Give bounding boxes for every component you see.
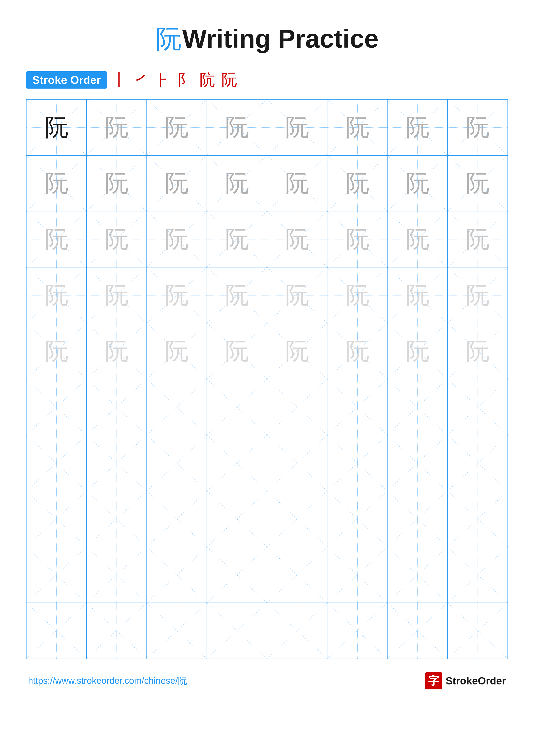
grid-cell[interactable]: 阮	[87, 323, 146, 379]
grid-cell[interactable]: 阮	[267, 99, 327, 155]
grid-cell[interactable]	[207, 435, 267, 491]
grid-cell[interactable]	[26, 491, 87, 547]
grid-cell[interactable]	[87, 379, 146, 435]
svg-line-110	[448, 435, 507, 491]
practice-char: 阮	[165, 228, 189, 251]
grid-cell[interactable]: 阮	[267, 155, 327, 211]
grid-cell[interactable]: 阮	[207, 155, 267, 211]
grid-cell[interactable]: 阮	[387, 211, 447, 267]
grid-cell[interactable]: 阮	[87, 99, 146, 155]
grid-cell[interactable]: 阮	[387, 155, 447, 211]
grid-cell[interactable]: 阮	[26, 323, 87, 379]
grid-cell[interactable]	[267, 547, 327, 603]
footer-url[interactable]: https://www.strokeorder.com/chinese/阮	[28, 675, 187, 687]
grid-cell[interactable]: 阮	[26, 155, 87, 211]
grid-cell[interactable]: 阮	[327, 211, 387, 267]
grid-cell[interactable]	[447, 547, 508, 603]
grid-cell[interactable]: 阮	[26, 99, 87, 155]
grid-cell[interactable]: 阮	[327, 323, 387, 379]
grid-cell[interactable]	[387, 379, 447, 435]
grid-cell[interactable]	[147, 491, 207, 547]
grid-cell[interactable]: 阮	[26, 211, 87, 267]
grid-cell[interactable]: 阮	[147, 211, 207, 267]
grid-cell[interactable]: 阮	[207, 267, 267, 323]
grid-cell[interactable]: 阮	[87, 267, 146, 323]
grid-cell[interactable]	[267, 379, 327, 435]
grid-cell[interactable]: 阮	[207, 99, 267, 155]
grid-cell[interactable]: 阮	[26, 267, 87, 323]
svg-line-132	[147, 547, 207, 603]
grid-cell[interactable]: 阮	[387, 99, 447, 155]
grid-cell[interactable]	[87, 491, 146, 547]
grid-cell[interactable]	[447, 435, 508, 491]
grid-cell[interactable]	[87, 547, 146, 603]
stroke-order-row: Stroke Order 丨 ㇒ ⺊ 阝 阬 阮	[26, 69, 508, 90]
grid-cell[interactable]	[447, 603, 508, 659]
practice-char: 阮	[225, 228, 249, 251]
grid-cell[interactable]: 阮	[447, 267, 508, 323]
grid-cell[interactable]: 阮	[267, 267, 327, 323]
grid-cell[interactable]: 阮	[387, 323, 447, 379]
grid-cell[interactable]	[147, 547, 207, 603]
grid-cell[interactable]: 阮	[147, 323, 207, 379]
grid-cell[interactable]	[147, 379, 207, 435]
grid-cell[interactable]: 阮	[267, 211, 327, 267]
grid-cell[interactable]: 阮	[207, 211, 267, 267]
grid-cell[interactable]	[26, 379, 87, 435]
grid-cell[interactable]	[26, 435, 87, 491]
grid-cell[interactable]	[387, 435, 447, 491]
grid-cell[interactable]	[207, 379, 267, 435]
grid-cell[interactable]: 阮	[87, 155, 146, 211]
grid-cell[interactable]: 阮	[387, 267, 447, 323]
grid-cell[interactable]	[26, 603, 87, 659]
grid-cell[interactable]	[447, 379, 508, 435]
grid-cell[interactable]: 阮	[327, 155, 387, 211]
grid-cell[interactable]	[147, 603, 207, 659]
grid-cell[interactable]	[87, 603, 146, 659]
grid-cell[interactable]: 阮	[447, 155, 508, 211]
grid-cell[interactable]: 阮	[327, 267, 387, 323]
grid-cell[interactable]	[207, 547, 267, 603]
grid-cell[interactable]	[447, 491, 508, 547]
svg-line-141	[388, 547, 447, 603]
practice-char: 阮	[45, 339, 68, 363]
grid-cell[interactable]: 阮	[267, 323, 327, 379]
grid-cell[interactable]	[327, 379, 387, 435]
svg-line-108	[388, 435, 447, 491]
grid-cell[interactable]: 阮	[327, 99, 387, 155]
grid-cell[interactable]	[387, 491, 447, 547]
practice-char: 阮	[466, 228, 489, 251]
practice-char: 阮	[105, 171, 128, 195]
grid-cell[interactable]: 阮	[447, 99, 508, 155]
grid-cell[interactable]	[327, 603, 387, 659]
grid-cell[interactable]	[327, 547, 387, 603]
svg-line-109	[388, 435, 447, 491]
grid-cell[interactable]	[267, 491, 327, 547]
grid-cell[interactable]: 阮	[87, 211, 146, 267]
svg-line-100	[147, 435, 207, 491]
grid-cell[interactable]: 阮	[447, 323, 508, 379]
grid-cell[interactable]	[387, 603, 447, 659]
practice-char: 阮	[225, 284, 249, 307]
grid-cell[interactable]	[327, 435, 387, 491]
grid-cell[interactable]	[207, 603, 267, 659]
grid-cell[interactable]	[267, 435, 327, 491]
svg-line-96	[27, 435, 86, 491]
grid-cell[interactable]	[207, 491, 267, 547]
svg-line-98	[87, 435, 146, 491]
grid-cell[interactable]	[87, 435, 146, 491]
grid-cell[interactable]: 阮	[147, 99, 207, 155]
grid-cell[interactable]	[327, 491, 387, 547]
practice-char: 阮	[345, 228, 369, 251]
grid-cell[interactable]: 阮	[147, 155, 207, 211]
grid-cell[interactable]	[267, 603, 327, 659]
practice-char: 阮	[345, 116, 369, 139]
grid-cell[interactable]: 阮	[207, 323, 267, 379]
svg-line-99	[87, 435, 146, 491]
grid-cell[interactable]: 阮	[147, 267, 207, 323]
grid-cell[interactable]	[147, 435, 207, 491]
grid-cell[interactable]	[26, 547, 87, 603]
grid-cell[interactable]	[387, 547, 447, 603]
grid-cell[interactable]: 阮	[447, 211, 508, 267]
practice-char: 阮	[285, 284, 309, 307]
